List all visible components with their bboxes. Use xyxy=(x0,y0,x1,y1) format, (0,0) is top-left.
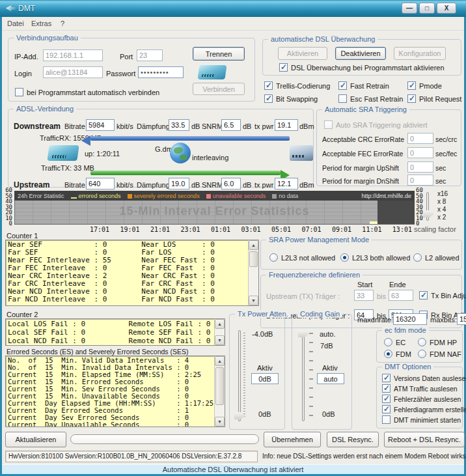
scrollbar-thumb[interactable] xyxy=(249,251,258,267)
startup-monitor-checkbox[interactable]: DSL Überwachung bei Programmstart aktivi… xyxy=(279,63,445,72)
reboot-resync-button[interactable]: Reboot + DSL Resync. xyxy=(384,432,465,447)
close-button[interactable]: X xyxy=(437,3,456,14)
counter2-label: Counter 2 xyxy=(7,311,38,318)
up-bitrate-field[interactable] xyxy=(86,178,115,189)
pmode-checkbox[interactable]: Pmode xyxy=(407,81,442,90)
checkbox-icon xyxy=(15,88,23,96)
dnshift-field[interactable] xyxy=(407,175,433,186)
maximize-button[interactable]: □ xyxy=(419,3,435,14)
group-title: Automatic SRA Triggering xyxy=(322,105,409,113)
coding-gain-slider-track[interactable] xyxy=(302,330,305,421)
legend-label: errored seconds xyxy=(79,193,121,199)
checkbox-icon xyxy=(382,415,391,424)
radio-icon xyxy=(340,253,349,262)
counter2-scrollbar[interactable]: ▲▼ xyxy=(214,319,225,345)
minimize-button[interactable]: — xyxy=(402,3,417,14)
scrollbar-thumb[interactable] xyxy=(215,367,224,405)
dsl-resync-button[interactable]: DSL Resync. xyxy=(327,432,379,447)
crc-rate-field[interactable] xyxy=(407,133,433,144)
scaling-slider-thumb[interactable] xyxy=(423,210,434,217)
aktualisieren-button[interactable]: Aktualisieren xyxy=(5,432,66,447)
versions-checkbox[interactable]: Versions Daten auslesen xyxy=(382,374,466,382)
radio-fdm-hp[interactable]: FDM HP xyxy=(418,338,457,346)
radio-l2-allowed[interactable]: L2 allowed xyxy=(413,253,459,262)
aktivieren-button[interactable]: Aktivieren xyxy=(278,47,327,60)
autostart-checkbox[interactable]: bei Programmstart automatisch verbinden xyxy=(15,88,159,96)
radio-fdm[interactable]: FDM xyxy=(384,350,411,358)
db-unit: dB xyxy=(191,181,200,189)
fehlerdiagramm-checkbox[interactable]: Fehlerdiagramm erstellen xyxy=(382,405,466,413)
fehlerzaehler-checkbox[interactable]: Fehlerzähler auslesen xyxy=(382,395,461,403)
checkbox-label: Versions Daten auslesen xyxy=(394,374,466,382)
chart-nodata-region xyxy=(377,201,415,224)
bit-swapping-checkbox[interactable]: Bit Swapping xyxy=(264,94,318,103)
trellis-checkbox[interactable]: Trellis-Codierung xyxy=(264,81,330,90)
checkbox-icon xyxy=(338,81,347,90)
minimiert-checkbox[interactable]: DMT minimiert starten xyxy=(382,415,461,424)
uebernehmen-button[interactable]: Übernehmen xyxy=(264,432,321,447)
up-txpwr-field[interactable] xyxy=(275,178,298,189)
counter1-scrollbar[interactable]: ▲▼ xyxy=(248,240,258,305)
radio-ec[interactable]: EC xyxy=(384,338,405,346)
pilot-request-checkbox[interactable]: Pilot Request xyxy=(407,94,461,103)
down-snrm-field[interactable] xyxy=(221,119,241,131)
coding-gain-slider-thumb[interactable] xyxy=(298,330,309,337)
progress-bar xyxy=(70,434,259,444)
menu-datei[interactable]: Datei xyxy=(7,20,24,27)
radio-l2l3-not-allowed[interactable]: L2L3 not allowed xyxy=(269,253,335,262)
trennen-button[interactable]: Trennen xyxy=(193,47,245,61)
passwort-field[interactable] xyxy=(138,66,184,78)
fec-rate-field[interactable] xyxy=(407,147,433,158)
atm-traffic-checkbox[interactable]: ATM Traffic auslesen xyxy=(382,384,458,393)
login-field[interactable] xyxy=(43,66,103,78)
tx-power-slider-track[interactable] xyxy=(238,330,241,421)
line-marker-icon xyxy=(71,197,77,199)
down-txpwr-field[interactable] xyxy=(275,119,298,131)
upshift-field[interactable] xyxy=(407,161,433,173)
scaling-tick-x16: x16 xyxy=(437,190,448,197)
maxdnrate-field[interactable] xyxy=(393,313,427,325)
radio-label: L2L3 both allowed xyxy=(352,254,410,262)
es-row: Current Day Unavailable Seconds : 0 xyxy=(6,421,225,427)
passwort-label: Passwort xyxy=(106,70,135,77)
coding-gain-7db-label: 7dB xyxy=(320,342,333,350)
group-title: Tx Power Atten. xyxy=(235,310,291,318)
down-daempfung-field[interactable] xyxy=(169,119,189,131)
up-snrm-field[interactable] xyxy=(221,178,241,189)
radio-icon xyxy=(269,253,278,262)
up-daempfung-field[interactable] xyxy=(169,178,189,189)
esc-fast-retrain-checkbox[interactable]: Esc Fast Retrain xyxy=(338,94,403,103)
radio-l2l3-both-allowed[interactable]: L2L3 both allowed xyxy=(340,253,410,262)
chart-url: http://dmt.mhilfe.de xyxy=(361,193,411,199)
port-field[interactable] xyxy=(137,49,163,61)
tx-power-aktiv-field[interactable] xyxy=(251,373,279,384)
es-scrollbar[interactable]: ▲▼ xyxy=(214,356,225,427)
radio-fdm-naf[interactable]: FDM NAF xyxy=(418,350,461,358)
menu-help[interactable]: ? xyxy=(61,20,64,27)
esc-fast-retrain-label: Esc Fast Retrain xyxy=(350,95,403,103)
app-window: DMT — □ X Datei Extras ? Verbindungsaufb… xyxy=(0,0,466,476)
modem-icon xyxy=(47,145,79,161)
ip-field[interactable] xyxy=(43,49,103,61)
up-end-field[interactable] xyxy=(389,290,413,301)
coding-gain-aktiv-field[interactable] xyxy=(317,373,344,384)
verbinden-button[interactable]: Verbinden xyxy=(193,83,245,95)
deaktivieren-button[interactable]: Deaktivieren xyxy=(335,47,386,60)
radio-label: FDM xyxy=(396,350,411,358)
crc-rate-unit: sec/crc xyxy=(435,135,457,143)
menu-extras[interactable]: Extras xyxy=(31,20,51,27)
group-title: ec fdm mode xyxy=(382,326,429,334)
chart-title: 24h Error Statistic xyxy=(18,193,64,199)
down-bitrate-field[interactable] xyxy=(86,119,115,131)
maxbits-field[interactable] xyxy=(457,313,466,325)
upstream-label: Upstream xyxy=(14,180,49,189)
auto-sra-checkbox[interactable]: Auto SRA Triggering aktiviert xyxy=(324,120,428,129)
bitrate-label: Bitrate xyxy=(64,181,85,189)
checkbox-icon xyxy=(382,374,391,382)
globe-icon xyxy=(170,143,191,163)
tx-bin-adjust-checkbox[interactable]: Tx Bin Adjust xyxy=(419,291,466,300)
fast-retrain-checkbox[interactable]: Fast Retrain xyxy=(338,81,389,90)
konfiguration-button[interactable]: Konfiguration xyxy=(394,47,446,60)
up-start-field[interactable] xyxy=(354,290,374,301)
legend-nodata: no data xyxy=(272,193,298,199)
